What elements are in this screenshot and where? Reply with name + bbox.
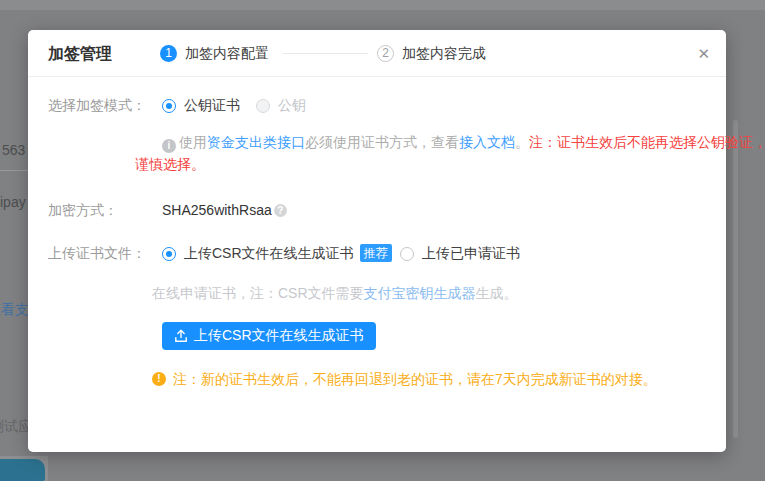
info-icon: i [162, 139, 176, 153]
dialog-header: 加签管理 1 加签内容配置 2 加签内容完成 ✕ [28, 30, 726, 77]
csr-note-post: 生成。 [476, 285, 518, 301]
radio-upload-existing[interactable] [400, 247, 414, 261]
radio-upload-existing-label[interactable]: 上传已申请证书 [422, 243, 520, 263]
encrypt-method-label: 加密方式： [48, 200, 118, 220]
upload-cert-label: 上传证书文件： [48, 243, 146, 263]
csr-note-pre: 在线申请证书，注：CSR文件需要 [152, 285, 364, 301]
background-page-header-strip [0, 0, 765, 10]
warning-icon: ! [152, 372, 166, 386]
radio-public-key-cert[interactable] [162, 99, 176, 113]
sign-mode-label: 选择加签模式： [48, 95, 146, 115]
background-app-id-fragment: 563 [2, 142, 25, 158]
radio-upload-csr-label[interactable]: 上传CSR文件在线生成证书推荐 [184, 243, 392, 263]
notice-line-1: i使用资金支出类接口必须使用证书方式，查看接入文档。注：证书生效后不能再选择公钥… [162, 134, 765, 150]
upload-csr-button[interactable]: 上传CSR文件在线生成证书 [162, 322, 376, 350]
upload-csr-button-label: 上传CSR文件在线生成证书 [194, 327, 364, 345]
csr-note: 在线申请证书，注：CSR文件需要支付宝密钥生成器生成。 [152, 283, 518, 303]
dialog-title: 加签管理 [48, 30, 112, 77]
sign-management-dialog: 加签管理 1 加签内容配置 2 加签内容完成 ✕ 选择加签模式： 公钥证书 公钥… [28, 30, 726, 452]
step-1-label: 加签内容配置 [185, 30, 269, 77]
radio-public-key [256, 99, 270, 113]
notice-warning-line1: 注：证书生效后不能再选择公钥验证，请 [529, 134, 765, 150]
cert-switch-warning-text: 注：新的证书生效后，不能再回退到老的证书，请在7天内完成新证书的对接。 [173, 369, 657, 389]
notice-warning-line2: 谨慎选择。 [135, 156, 205, 172]
notice-use-text: 使用 [179, 134, 207, 150]
cert-switch-warning: ! 注：新的证书生效后，不能再回退到老的证书，请在7天内完成新证书的对接。 [152, 369, 657, 389]
encrypt-method-value-row: SHA256withRsaa ? [162, 198, 287, 222]
radio-public-key-cert-label[interactable]: 公钥证书 [184, 95, 240, 115]
background-gateway-fragment: ipay [0, 194, 26, 210]
cert-mode-notice: i使用资金支出类接口必须使用证书方式，查看接入文档。注：证书生效后不能再选择公钥… [135, 131, 735, 175]
close-icon[interactable]: ✕ [697, 30, 710, 77]
steps-connector-line [283, 53, 368, 54]
fund-api-link[interactable]: 资金支出类接口 [207, 134, 305, 150]
encrypt-method-value: SHA256withRsaa [162, 198, 272, 222]
keygen-tool-link[interactable]: 支付宝密钥生成器 [364, 285, 476, 301]
background-row-divider [0, 170, 28, 171]
access-doc-link[interactable]: 接入文档 [459, 134, 515, 150]
recommend-badge: 推荐 [360, 244, 392, 262]
step-2-label: 加签内容完成 [402, 30, 486, 77]
upload-csr-text: 上传CSR文件在线生成证书 [184, 245, 354, 261]
upload-icon [174, 329, 188, 343]
step-1-indicator: 1 [160, 45, 177, 62]
radio-upload-csr[interactable] [162, 247, 176, 261]
radio-public-key-label: 公钥 [278, 95, 306, 115]
notice-must-text: 必须使用证书方式，查看 [305, 134, 459, 150]
step-2-indicator: 2 [377, 45, 394, 62]
help-icon[interactable]: ? [274, 204, 287, 217]
background-partial-button [0, 459, 45, 481]
notice-period: 。 [515, 134, 529, 150]
